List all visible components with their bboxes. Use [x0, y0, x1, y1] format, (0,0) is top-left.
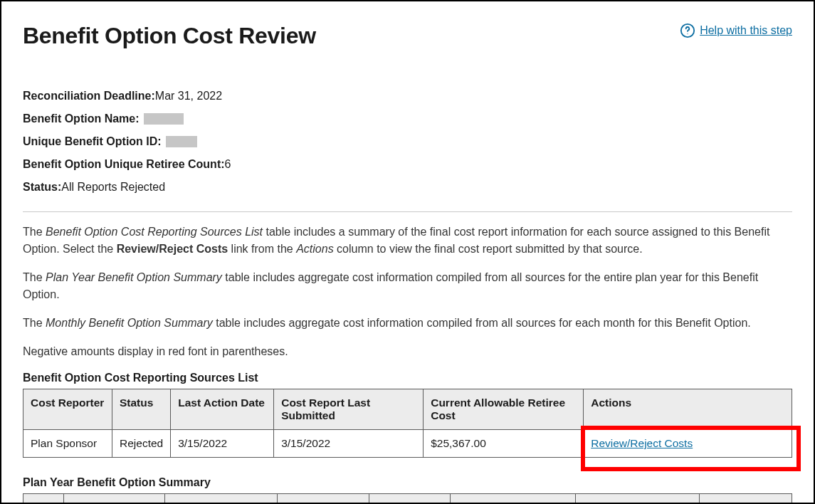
- cell-status: Rejected: [112, 430, 171, 458]
- plan-year-summary-table: Total Gross Retiree Cost Threshold Reduc…: [23, 493, 792, 504]
- sources-list-table: Cost Reporter Status Last Action Date Co…: [23, 389, 792, 458]
- reconciliation-deadline-label: Reconciliation Deadline:: [23, 85, 155, 107]
- reconciliation-deadline-value: Mar 31, 2022: [155, 85, 222, 107]
- col-status: Status: [112, 389, 171, 430]
- help-link-label: Help with this step: [700, 24, 792, 37]
- table-header-row: Cost Reporter Status Last Action Date Co…: [23, 389, 792, 430]
- sources-list-title: Benefit Option Cost Reporting Sources Li…: [23, 372, 792, 384]
- description-paragraph-4: Negative amounts display in red font in …: [23, 343, 792, 360]
- table-row: Plan Sponsor Rejected 3/15/2022 3/15/202…: [23, 430, 792, 458]
- col-gross-retiree-cost: Gross Retiree Cost: [63, 494, 164, 505]
- plan-year-summary-title: Plan Year Benefit Option Summary: [23, 476, 792, 489]
- section-divider: [23, 211, 792, 212]
- cell-last-action-date: 3/15/2022: [171, 430, 274, 458]
- status-label: Status:: [23, 176, 61, 199]
- unique-benefit-option-id-label: Unique Benefit Option ID:: [23, 130, 162, 153]
- col-current-allowable-retiree-cost: Current Allowable Retiree Cost: [424, 389, 584, 430]
- page-title: Benefit Option Cost Review: [23, 23, 316, 49]
- cell-current-allowable-retiree-cost: $25,367.00: [424, 430, 584, 458]
- cell-cost-reporter: Plan Sponsor: [23, 430, 112, 458]
- status-value: All Reports Rejected: [61, 176, 165, 199]
- col-actual-cost-adjustment: Actual Cost Adjustment: [451, 494, 576, 505]
- table-header-row: Total Gross Retiree Cost Threshold Reduc…: [23, 494, 792, 505]
- cell-actions: Review/Reject Costs: [584, 430, 792, 458]
- cell-cost-report-last-submitted: 3/15/2022: [274, 430, 424, 458]
- retiree-count-label: Benefit Option Unique Retiree Count:: [23, 153, 225, 176]
- benefit-option-name-label: Benefit Option Name:: [23, 107, 140, 130]
- description-paragraph-2: The Plan Year Benefit Option Summary tab…: [23, 269, 792, 303]
- benefit-option-name-redacted: [144, 113, 184, 125]
- col-cost-reporter: Cost Reporter: [23, 389, 112, 430]
- unique-benefit-option-id-redacted: [166, 136, 197, 147]
- col-allowable-retiree-costs: Allowable Retiree Costs: [576, 494, 700, 505]
- col-cost-report-last-submitted: Cost Report Last Submitted: [274, 389, 424, 430]
- col-threshold-reduction: Threshold Reduction: [164, 494, 277, 505]
- description-paragraph-3: The Monthly Benefit Option Summary table…: [23, 315, 792, 332]
- help-with-this-step-link[interactable]: Help with this step: [680, 23, 792, 38]
- retiree-count-value: 6: [225, 153, 231, 176]
- col-limit-reduction: Limit Reduction: [277, 494, 369, 505]
- col-total: Total: [23, 494, 64, 505]
- description-paragraph-1: The Benefit Option Cost Reporting Source…: [23, 224, 792, 258]
- svg-point-1: [688, 33, 688, 34]
- help-circle-icon: [680, 23, 695, 38]
- benefit-option-meta: Reconciliation Deadline: Mar 31, 2022 Be…: [23, 85, 792, 199]
- col-actions: Actions: [584, 389, 792, 430]
- col-gross-eligible: Gross Eligible: [369, 494, 450, 505]
- col-last-action-date: Last Action Date: [171, 389, 274, 430]
- highlight-annotation: [581, 426, 801, 471]
- col-subsidy-amount: Subsidy Amount: [700, 494, 792, 505]
